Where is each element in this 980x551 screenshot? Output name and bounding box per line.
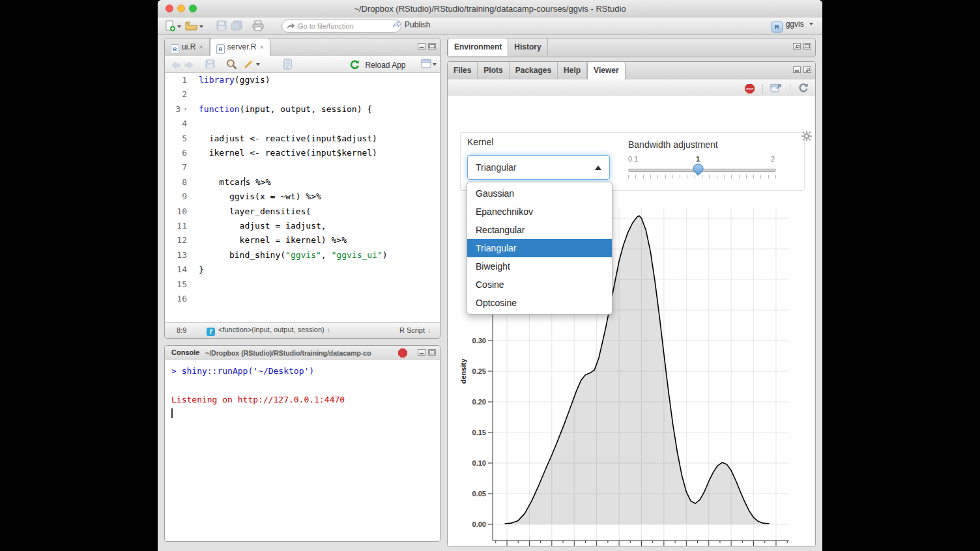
tab-environment[interactable]: Environment [448,38,508,56]
refresh-icon[interactable] [798,83,809,94]
y-tick-label: 0.15 [472,429,486,436]
tab-files[interactable]: Files [448,62,478,79]
reload-app-button[interactable]: Reload App [349,59,406,70]
line-number: 5 [165,132,190,146]
goto-file-input[interactable]: Go to file/function [281,20,401,33]
maximize-pane-icon[interactable] [428,43,436,49]
code-segment: function [199,104,240,114]
fold-marker-icon[interactable]: ▾ [180,106,187,112]
bandwidth-slider-handle[interactable] [693,163,704,176]
code-tools-caret[interactable] [256,63,260,66]
doc-type-label: R Script [399,326,425,334]
environment-maximize-icon[interactable] [803,43,811,49]
console-minimize-icon[interactable] [418,349,425,356]
publish-button[interactable]: Publish [392,20,430,29]
tab-packages[interactable]: Packages [510,62,558,79]
console-text [171,380,177,390]
select-arrow-up-icon [595,165,601,170]
console-output[interactable]: > shiny::runApp('~/Desktop') Listening o… [165,360,440,541]
slider-tick [753,175,754,178]
doc-type-selector[interactable]: R Script↕ [399,326,431,334]
kernel-option-optcosine[interactable]: Optcosine [467,294,612,312]
code-segment: ikernel <- reactive(input$kernel) [199,148,377,158]
slider-tick [724,175,725,178]
tab-close-icon[interactable]: × [259,43,263,51]
source-pane-window-buttons [415,43,436,55]
kernel-option-biweight[interactable]: Biweight [467,257,612,276]
new-file-dropdown-caret[interactable] [177,25,181,28]
open-in-new-window-icon[interactable] [770,83,782,94]
editor-tab-ui.R[interactable]: Rui.R× [165,38,210,55]
console-stop-icon[interactable] [398,348,407,358]
line-number: 15 [165,277,190,292]
console-maximize-icon[interactable] [428,349,436,356]
line-number: 10 [165,205,190,219]
save-all-icon[interactable] [231,20,242,33]
kernel-option-cosine[interactable]: Cosine [467,276,612,294]
new-file-icon[interactable] [164,20,176,35]
scope-updown-icon: ↕ [327,326,330,333]
code-text: iadjust <- reactive(input$adjust) [190,134,377,143]
back-icon[interactable] [171,60,180,72]
code-text: kernel = ikernel) %>% [190,235,347,245]
code-text [190,119,199,128]
print-icon[interactable] [252,20,264,34]
layout-caret[interactable] [433,63,437,66]
tab-help[interactable]: Help [558,62,587,79]
minimize-pane-icon[interactable] [418,43,425,49]
code-line: 11 adjust = iadjust, [165,219,440,233]
save-file-icon[interactable] [205,59,215,72]
source-pane-layout-icon[interactable] [421,59,431,71]
code-line: 14} [165,262,440,277]
kernel-option-epanechnikov[interactable]: Epanechnikov [467,203,612,221]
slider-tick [775,175,776,178]
kernel-option-rectangular[interactable]: Rectangular [467,221,612,239]
open-file-dropdown-caret[interactable] [199,25,203,28]
tab-close-icon[interactable]: × [199,43,203,51]
code-text: bind_shiny("ggvis", "ggvis_ui") [190,250,388,260]
console-header: Console ~/Dropbox (RStudio)/RStudio/trai… [165,346,440,361]
code-segment: ) [382,250,388,260]
gear-icon[interactable] [801,131,812,141]
kernel-option-gaussian[interactable]: Gaussian [467,184,612,203]
tab-history[interactable]: History [508,38,547,55]
code-editor[interactable]: 1library(ggvis)23 ▾function(input, outpu… [165,73,440,323]
editor-tabstrip: Rui.R×Rserver.R× [165,38,440,57]
compile-notebook-icon[interactable] [282,59,293,72]
find-icon[interactable] [226,59,237,72]
tab-plots[interactable]: Plots [478,62,509,79]
y-tick-label: 0.05 [472,490,486,498]
code-line: 1library(ggvis) [165,73,440,87]
open-file-icon[interactable] [185,20,198,35]
tab-viewer[interactable]: Viewer [587,62,625,79]
project-menu-button[interactable]: Rggvis [771,20,813,33]
code-text: adjust = iadjust, [190,221,326,231]
editor-tab-server.R[interactable]: Rserver.R× [210,38,270,56]
code-tools-wand-icon[interactable] [243,59,254,72]
slider-tick [746,175,747,178]
code-segment: adjust = iadjust, [199,221,326,231]
forward-icon[interactable] [184,60,194,72]
code-text [190,162,199,172]
cursor-position: 8:9 [177,326,186,334]
editor-statusbar: 8:9 f<function>(input, output, session)↕… [165,322,440,338]
code-segment: , [321,250,332,260]
scope-selector[interactable]: f<function>(input, output, session)↕ [207,326,330,336]
kernel-option-triangular[interactable]: Triangular [467,239,612,257]
viewer-restore-icon[interactable] [803,66,811,73]
kernel-select[interactable]: Triangular [467,155,610,180]
code-segment: bind_shiny( [199,250,285,260]
save-icon[interactable] [216,20,227,33]
code-text: layer_densities( [190,206,311,216]
environment-restore-icon[interactable] [793,43,801,49]
viewer-minimize-icon[interactable] [793,66,801,73]
bandwidth-label: Bandwidth adjustment [628,139,718,150]
screen: ~/Dropbox (RStudio)/RStudio/training/dat… [0,0,980,551]
slider-tick [768,175,769,178]
environment-window-buttons [790,43,811,55]
code-line: 7 [165,160,440,175]
y-tick-label: 0.20 [472,398,486,406]
environment-tabstrip: EnvironmentHistory [448,38,815,57]
viewer-stop-icon[interactable]: STOP [745,84,755,94]
code-line: 4 [165,117,440,131]
